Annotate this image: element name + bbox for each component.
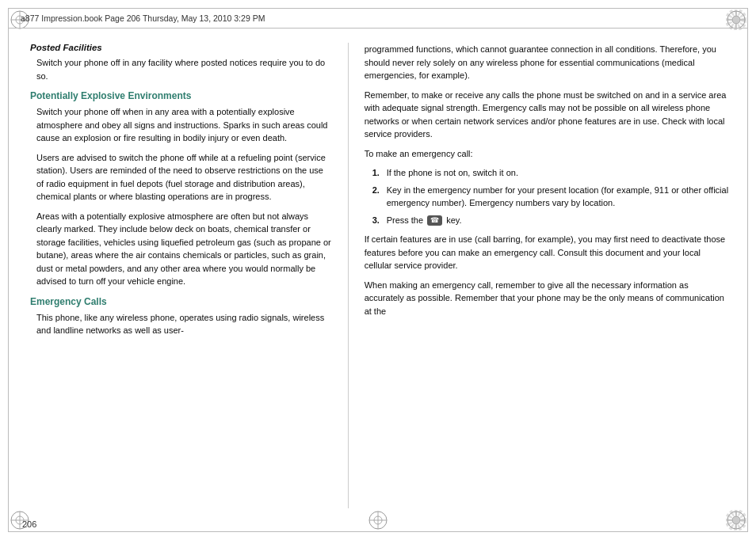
text-explosive-p3: Areas with a potentially explosive atmos… xyxy=(30,210,332,288)
text-explosive-p1: Switch your phone off when in any area w… xyxy=(30,105,332,145)
list-item-1-text: If the phone is not on, switch it on. xyxy=(387,166,729,180)
list-item-3-text: Press the ☎ key. xyxy=(387,214,729,227)
list-item-2-number: 2. xyxy=(372,184,387,197)
text-right-p2: Remember, to make or receive any calls t… xyxy=(365,89,729,141)
list-item-1: 1. If the phone is not on, switch it on. xyxy=(365,166,729,180)
section-emergency-calls: Emergency Calls This phone, like any wir… xyxy=(30,296,332,337)
heading-explosive: Potentially Explosive Environments xyxy=(30,90,332,101)
left-column: Posted Facilities Switch your phone off … xyxy=(8,43,349,508)
list-item-3-number: 3. xyxy=(372,214,387,227)
text-emergency-intro: This phone, like any wireless phone, ope… xyxy=(30,311,332,337)
list-item-2: 2. Key in the emergency number for your … xyxy=(365,184,729,210)
right-column: programmed functions, which cannot guara… xyxy=(349,43,748,508)
section-posted-facilities: Posted Facilities Switch your phone off … xyxy=(30,43,332,82)
content-area: Posted Facilities Switch your phone off … xyxy=(8,29,748,532)
section-explosive: Potentially Explosive Environments Switc… xyxy=(30,90,332,288)
heading-posted-facilities: Posted Facilities xyxy=(30,43,332,52)
text-right-p1: programmed functions, which cannot guara… xyxy=(365,43,729,82)
list-item-1-number: 1. xyxy=(372,166,387,180)
text-explosive-p2: Users are advised to switch the phone of… xyxy=(30,151,332,203)
text-list-intro: To make an emergency call: xyxy=(365,147,729,161)
text-right-p3: If certain features are in use (call bar… xyxy=(365,233,729,272)
header-text: a877 Impression.book Page 206 Thursday, … xyxy=(21,13,265,23)
heading-emergency-calls: Emergency Calls xyxy=(30,296,332,307)
list-item-3: 3. Press the ☎ key. xyxy=(365,214,729,227)
header-bar: a877 Impression.book Page 206 Thursday, … xyxy=(8,8,748,29)
emergency-steps-list: 1. If the phone is not on, switch it on.… xyxy=(365,166,729,226)
text-posted-facilities: Switch your phone off in any facility wh… xyxy=(30,56,332,82)
list-item-2-text: Key in the emergency number for your pre… xyxy=(387,184,729,210)
phone-key-icon: ☎ xyxy=(427,215,442,226)
text-right-p4: When making an emergency call, remember … xyxy=(365,279,729,318)
